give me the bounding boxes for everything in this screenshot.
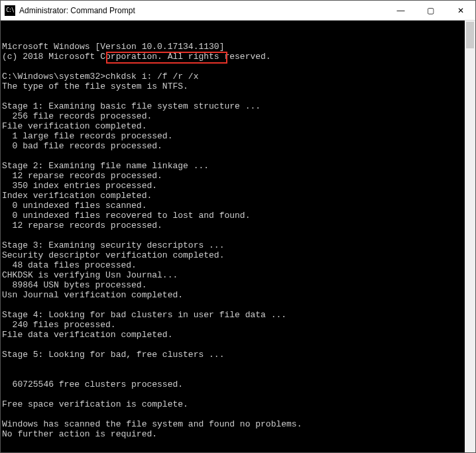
- terminal-line: Stage 1: Examining basic file system str…: [2, 101, 475, 111]
- terminal-line: [2, 300, 475, 310]
- terminal-line: 0 unindexed files recovered to lost and …: [2, 211, 475, 221]
- terminal-line: [2, 91, 475, 101]
- terminal-line: 256 file records processed.: [2, 111, 475, 121]
- terminal-line: Security descriptor verification complet…: [2, 250, 475, 260]
- window-controls: — ▢ ✕: [386, 1, 475, 20]
- terminal-line: 0 bad file records processed.: [2, 141, 475, 151]
- terminal-line: File data verification completed.: [2, 330, 475, 340]
- scrollbar-track[interactable]: [465, 21, 475, 452]
- titlebar[interactable]: C:\ Administrator: Command Prompt — ▢ ✕: [1, 1, 475, 21]
- terminal-line: Stage 4: Looking for bad clusters in use…: [2, 310, 475, 320]
- terminal-line: [2, 151, 475, 161]
- terminal-line: 12 reparse records processed.: [2, 221, 475, 230]
- terminal-line: (c) 2018 Microsoft Corporation. All righ…: [2, 52, 475, 62]
- terminal-line: Stage 2: Examining file name linkage ...: [2, 161, 475, 171]
- terminal-line: Usn Journal verification completed.: [2, 290, 475, 300]
- terminal-line: [2, 340, 475, 350]
- terminal-line: Stage 5: Looking for bad, free clusters …: [2, 350, 475, 360]
- terminal-line: 350 index entries processed.: [2, 181, 475, 191]
- terminal-output[interactable]: Microsoft Windows [Version 10.0.17134.11…: [1, 21, 475, 452]
- terminal-line: 89864 USN bytes processed.: [2, 280, 475, 290]
- terminal-line: The type of the file system is NTFS.: [2, 81, 475, 91]
- terminal-line: 240 files processed.: [2, 320, 475, 330]
- terminal-line: 0 unindexed files scanned.: [2, 201, 475, 211]
- terminal-line: 1 large file records processed.: [2, 131, 475, 141]
- terminal-line: File verification completed.: [2, 121, 475, 131]
- minimize-button[interactable]: —: [386, 1, 416, 20]
- window-title: Administrator: Command Prompt: [19, 6, 386, 15]
- command-prompt-window: C:\ Administrator: Command Prompt — ▢ ✕ …: [0, 0, 476, 453]
- cmd-icon-text: C:\: [6, 7, 13, 13]
- terminal-line: CHKDSK is verifying Usn Journal...: [2, 270, 475, 280]
- close-button[interactable]: ✕: [446, 1, 475, 20]
- terminal-line: No further action is required.: [2, 429, 475, 439]
- terminal-line: [2, 409, 475, 419]
- terminal-line: 12 reparse records processed.: [2, 171, 475, 181]
- terminal-line: Windows has scanned the file system and …: [2, 419, 475, 429]
- terminal-line: Free space verification is complete.: [2, 399, 475, 409]
- terminal-line: [2, 360, 475, 370]
- terminal-line: [2, 389, 475, 399]
- terminal-text: Microsoft Windows [Version 10.0.17134.11…: [2, 42, 475, 439]
- terminal-line: 60725546 free clusters processed.: [2, 379, 475, 389]
- terminal-line: 48 data files processed.: [2, 260, 475, 270]
- terminal-line: Stage 3: Examining security descriptors …: [2, 240, 475, 250]
- terminal-line: Index verification completed.: [2, 191, 475, 201]
- scrollbar-thumb[interactable]: [466, 22, 474, 48]
- maximize-button[interactable]: ▢: [416, 1, 446, 20]
- terminal-line: [2, 370, 475, 379]
- terminal-line: C:\Windows\system32>chkdsk i: /f /r /x: [2, 72, 475, 81]
- terminal-line: Microsoft Windows [Version 10.0.17134.11…: [2, 42, 475, 52]
- terminal-line: [2, 230, 475, 240]
- cmd-icon: C:\: [5, 5, 15, 16]
- terminal-line: [2, 62, 475, 72]
